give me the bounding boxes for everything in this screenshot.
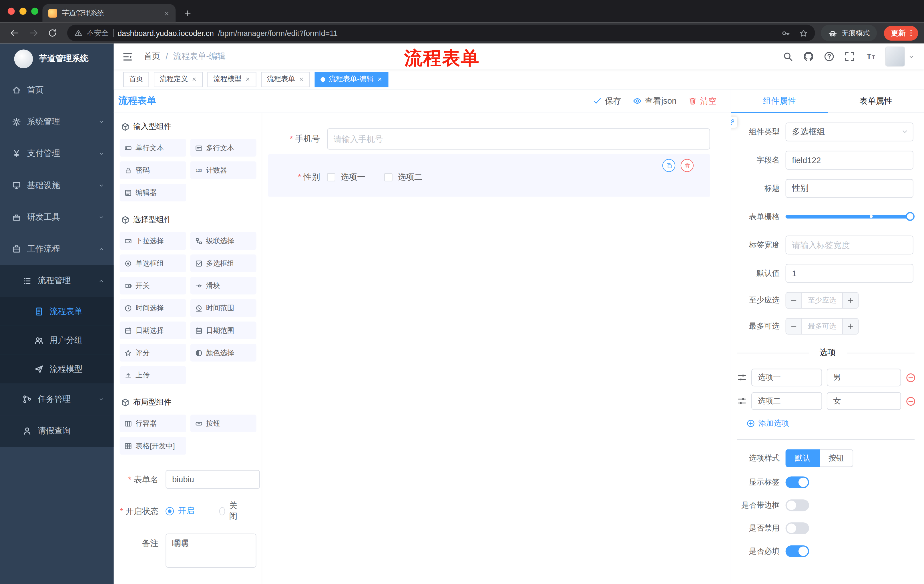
component-radio-group[interactable]: 单选框组 [119, 254, 186, 272]
component-color-picker[interactable]: 颜色选择 [190, 344, 256, 362]
clear-button[interactable]: 清空 [688, 96, 717, 106]
min-select-placeholder[interactable]: 至少应选 [802, 293, 842, 308]
address-bar[interactable]: 不安全 dashboard.yudao.iocoder.cn/bpm/manag… [67, 25, 815, 41]
component-time-picker[interactable]: 时间选择 [119, 299, 186, 317]
component-date-range[interactable]: 日期范围 [190, 321, 256, 339]
component-date-picker[interactable]: 日期选择 [119, 321, 186, 339]
tag-home[interactable]: 首页 [123, 71, 149, 87]
component-cascader[interactable]: 级联选择 [190, 232, 256, 250]
component-multiline-text[interactable]: 多行文本 [190, 139, 256, 156]
component-type-value[interactable] [785, 123, 913, 141]
grid-slider[interactable] [785, 207, 913, 226]
user-avatar[interactable] [885, 46, 905, 67]
tag-close-icon[interactable] [377, 77, 383, 82]
breadcrumb-home[interactable]: 首页 [144, 51, 160, 62]
max-select-placeholder[interactable]: 最多可选 [802, 319, 842, 334]
tab-form-props[interactable]: 表单属性 [828, 89, 924, 112]
component-select[interactable]: 下拉选择 [119, 232, 186, 250]
browser-update-button[interactable]: 更新 [884, 26, 918, 41]
tag-process-form-edit[interactable]: 流程表单-编辑 [315, 71, 389, 87]
new-tab-button[interactable] [184, 10, 191, 17]
security-warning-icon[interactable] [74, 29, 82, 37]
tag-process-form[interactable]: 流程表单 [261, 71, 310, 87]
component-checkbox-group[interactable]: 多选框组 [190, 254, 256, 272]
option-1-label-input[interactable] [751, 368, 822, 386]
component-rate[interactable]: 评分 [119, 344, 186, 362]
component-upload[interactable]: 上传 [119, 366, 186, 384]
increase-button[interactable] [842, 319, 858, 334]
required-switch[interactable] [785, 545, 809, 557]
phone-input[interactable] [327, 128, 710, 150]
copy-widget-button[interactable] [662, 159, 675, 172]
gender-option-2[interactable]: 选项二 [384, 172, 422, 183]
component-type-select[interactable] [785, 123, 913, 141]
disabled-switch[interactable] [785, 522, 809, 534]
sidebar-item-workflow[interactable]: 工作流程 [0, 233, 114, 265]
component-switch[interactable]: 开关 [119, 277, 186, 294]
remove-option-icon[interactable] [906, 373, 916, 383]
delete-widget-button[interactable] [681, 159, 693, 172]
component-slider[interactable]: 滑块 [190, 277, 256, 294]
increase-button[interactable] [842, 293, 858, 308]
form-canvas[interactable]: 手机号 性别 选项一 [262, 113, 731, 584]
show-label-switch[interactable] [785, 477, 809, 488]
border-switch[interactable] [785, 499, 809, 511]
component-row-container[interactable]: 行容器 [119, 415, 186, 432]
component-button[interactable]: 按钮 [190, 415, 256, 432]
drag-handle-icon[interactable] [737, 396, 747, 406]
option-2-label-input[interactable] [751, 392, 822, 410]
collapse-sidebar-icon[interactable] [122, 51, 133, 62]
tag-close-icon[interactable] [191, 77, 197, 82]
tag-process-definition[interactable]: 流程定义 [154, 71, 203, 87]
remark-textarea[interactable]: 嘿嘿 [165, 533, 256, 568]
component-editor[interactable]: 编辑器 [119, 184, 186, 201]
tag-close-icon[interactable] [299, 77, 304, 82]
status-radio-off[interactable]: 关闭 [219, 500, 240, 522]
field-name-input[interactable] [785, 151, 913, 170]
option-2-value-input[interactable] [827, 392, 901, 410]
widget-gender-selected[interactable]: 性别 选项一 选项二 [268, 154, 710, 197]
browser-tab[interactable]: 芋道管理系统 [42, 4, 175, 22]
remove-option-icon[interactable] [906, 396, 916, 406]
component-table[interactable]: 表格[开发中] [119, 437, 186, 454]
tab-close-icon[interactable] [164, 10, 170, 16]
tag-close-icon[interactable] [245, 77, 251, 82]
add-option-button[interactable]: 添加选项 [747, 418, 924, 429]
sidebar-item-task-management[interactable]: 任务管理 [0, 383, 114, 415]
sidebar-item-devtools[interactable]: 研发工具 [0, 201, 114, 233]
sidebar-item-infrastructure[interactable]: 基础设施 [0, 170, 114, 201]
help-icon[interactable] [824, 51, 835, 62]
component-password[interactable]: 密码 [119, 161, 186, 179]
option-1-value-input[interactable] [827, 368, 901, 386]
sidebar-item-process-management[interactable]: 流程管理 [0, 265, 114, 297]
close-window-button[interactable] [8, 8, 15, 15]
reload-button[interactable] [44, 28, 61, 38]
slider-handle[interactable] [906, 212, 914, 221]
github-icon[interactable] [803, 51, 813, 62]
maximize-window-button[interactable] [31, 8, 38, 15]
style-button-button[interactable]: 按钮 [820, 449, 853, 467]
link-icon[interactable] [731, 117, 737, 128]
form-name-input[interactable] [165, 470, 260, 489]
default-value-input[interactable] [785, 264, 913, 283]
forward-button[interactable] [25, 28, 43, 38]
sidebar-item-system[interactable]: 系统管理 [0, 106, 114, 138]
search-icon[interactable] [782, 51, 793, 62]
drag-handle-icon[interactable] [737, 373, 747, 382]
fullscreen-icon[interactable] [845, 51, 855, 62]
sidebar-item-home[interactable]: 首页 [0, 74, 114, 106]
sidebar-item-leave-query[interactable]: 请假查询 [0, 415, 114, 447]
save-button[interactable]: 保存 [593, 96, 621, 106]
tag-process-model[interactable]: 流程模型 [208, 71, 256, 87]
decrease-button[interactable] [786, 293, 802, 308]
title-input[interactable] [785, 179, 913, 198]
status-radio-on[interactable]: 开启 [165, 506, 203, 517]
sidebar-item-process-form[interactable]: 流程表单 [0, 297, 114, 326]
style-default-button[interactable]: 默认 [785, 449, 820, 467]
browser-menu-icon[interactable] [907, 29, 915, 37]
minimize-window-button[interactable] [20, 8, 26, 15]
gender-option-1[interactable]: 选项一 [327, 172, 365, 183]
view-json-button[interactable]: 查看json [633, 96, 676, 106]
sidebar-item-process-model[interactable]: 流程模型 [0, 355, 114, 383]
checkbox-box[interactable] [384, 173, 393, 181]
